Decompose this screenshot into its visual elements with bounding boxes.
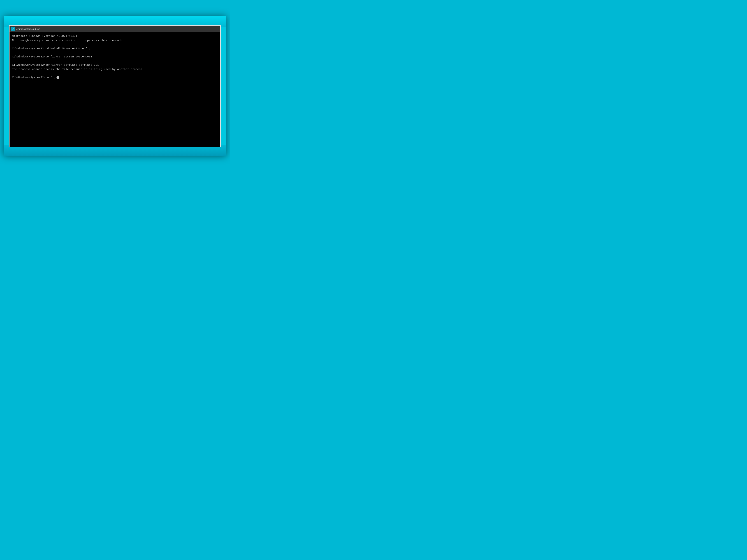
terminal-line-process-error: The process cannot access the file becau… [12, 67, 218, 72]
title-bar: C\ Administrator: cmd.exe [9, 26, 220, 32]
cmd-window: C\ Administrator: cmd.exe Microsoft Wind… [9, 25, 221, 147]
cursor [57, 76, 59, 79]
terminal-line-empty4 [12, 72, 218, 75]
terminal-line-cd-command: X:\windows\system32>cd %windir%\system32… [12, 47, 218, 51]
cmd-icon: C\ [11, 27, 15, 31]
terminal-line-empty1 [12, 43, 218, 47]
terminal-line-empty2 [12, 51, 218, 55]
terminal-line-ren-system-prompt: X:\Windows\System32\config>ren system sy… [12, 55, 218, 59]
terminal-line-ren-software-prompt: X:\Windows\System32\config>ren software … [12, 63, 218, 67]
terminal-line-final-prompt: X:\Windows\System32\config> [12, 75, 218, 80]
terminal-content[interactable]: Microsoft Windows [Version 10.0.17134.1]… [9, 32, 220, 146]
screen-outer: C\ Administrator: cmd.exe Microsoft Wind… [4, 16, 226, 156]
terminal-line-version: Microsoft Windows [Version 10.0.17134.1] [12, 34, 218, 38]
terminal-line-empty3 [12, 59, 218, 63]
title-bar-text: Administrator: cmd.exe [16, 28, 40, 30]
terminal-line-memory-error: Not enough memory resources are availabl… [12, 38, 218, 43]
